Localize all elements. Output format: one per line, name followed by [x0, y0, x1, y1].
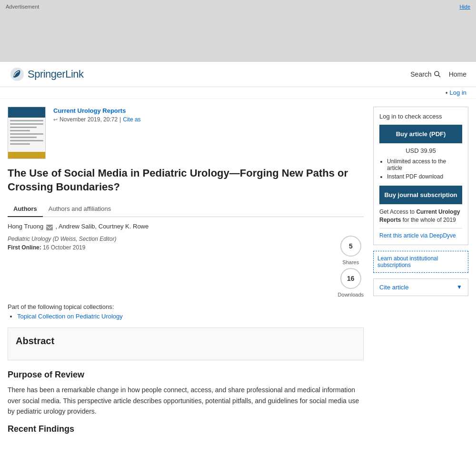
home-nav-item[interactable]: Home — [449, 70, 466, 78]
abstract-section: Abstract — [8, 327, 364, 360]
journal-access-text: Get Access to Current Urology Reports fo… — [379, 208, 462, 224]
first-online: First Online: 16 October 2019 — [8, 244, 328, 251]
article-header-row: Current Urology Reports ↩ November 2019,… — [8, 107, 364, 159]
sidebar: Log in to check access Buy article (PDF)… — [373, 107, 468, 439]
email-icon[interactable] — [46, 225, 53, 229]
thumb-line — [10, 130, 30, 131]
bullet-dot: • — [446, 89, 448, 97]
topical-collection-link[interactable]: Topical Collection on Pediatric Urology — [17, 313, 123, 320]
shares-downloads: 5 Shares 16 Downloads — [338, 236, 364, 298]
purpose-section: Purpose of Review There has been a remar… — [8, 370, 364, 416]
search-nav-item[interactable]: Search — [410, 70, 441, 78]
topical-section: Part of the following topical collection… — [8, 303, 364, 320]
article-content: Current Urology Reports ↩ November 2019,… — [8, 107, 364, 439]
purpose-text: There has been a remarkable change in ho… — [8, 385, 364, 416]
cite-as-link[interactable]: Cite as — [123, 116, 140, 123]
journal-thumbnail — [8, 107, 46, 159]
search-icon — [434, 70, 441, 78]
tab-affiliations[interactable]: Authors and affiliations — [43, 201, 117, 217]
site-header: SpringerLink Search Home — [0, 62, 476, 87]
thumbnail-footer — [8, 152, 45, 159]
cite-article-dropdown[interactable]: Cite article ▼ — [373, 278, 468, 296]
sub-nav: • Log in — [0, 87, 476, 99]
author-tabs: Authors Authors and affiliations — [8, 201, 364, 217]
first-online-label: First Online: — [8, 244, 41, 251]
cite-dropdown-label: Cite article — [379, 284, 408, 291]
ad-label: Advertisement — [6, 4, 39, 10]
section-editor: Pediatric Urology (D Weiss, Section Edit… — [8, 236, 328, 242]
topical-heading: Part of the following topical collection… — [8, 303, 364, 310]
purpose-heading: Purpose of Review — [8, 370, 364, 380]
first-online-date: 16 October 2019 — [43, 244, 85, 251]
search-label: Search — [410, 70, 431, 78]
recent-heading: Recent Findings — [8, 424, 364, 434]
thumbnail-body — [8, 118, 45, 152]
thumb-line — [10, 133, 43, 135]
reply-icon: ↩ — [53, 117, 58, 123]
article-date-row: ↩ November 2019, 20:72 | Cite as — [53, 116, 364, 123]
thumb-line — [10, 123, 43, 125]
bullet-pdf: Instant PDF download — [387, 173, 462, 180]
recent-section: Recent Findings — [8, 424, 364, 434]
thumb-line — [10, 127, 37, 128]
article-price: USD 39.95 — [379, 147, 462, 154]
chevron-down-icon: ▼ — [456, 284, 462, 290]
article-date: November 2019, 20:72 — [60, 116, 118, 123]
bullet-unlimited: Unlimited access to the article — [387, 158, 462, 171]
date-separator: | — [119, 116, 121, 123]
hide-ad-link[interactable]: Hide — [459, 4, 470, 10]
thumb-line — [10, 140, 43, 141]
authors-text: Hong Truong , Andrew Salib, Courtney K. … — [8, 223, 364, 230]
logo-area: SpringerLink — [10, 67, 84, 82]
other-authors: , Andrew Salib, Courtney K. Rowe — [55, 223, 149, 230]
nav-right: Search Home — [410, 70, 466, 78]
springer-logo-icon — [10, 67, 25, 82]
main-layout: Current Urology Reports ↩ November 2019,… — [0, 99, 476, 446]
login-link[interactable]: Log in — [450, 89, 466, 97]
logo-text: SpringerLink — [28, 68, 84, 80]
thumb-line — [10, 137, 37, 138]
editor-info: Pediatric Urology (D Weiss, Section Edit… — [8, 236, 328, 251]
shares-label: Shares — [342, 259, 359, 265]
tab-authors[interactable]: Authors — [8, 201, 43, 217]
access-title: Log in to check access — [379, 113, 462, 120]
access-card: Log in to check access Buy article (PDF)… — [373, 107, 468, 245]
svg-point-1 — [435, 71, 439, 76]
rent-deepdyve-link[interactable]: Rent this article via DeepDyve — [379, 228, 462, 239]
downloads-label: Downloads — [338, 292, 364, 298]
shares-count: 5 — [340, 236, 361, 257]
downloads-count: 16 — [340, 268, 361, 289]
primary-author: Hong Truong — [8, 223, 43, 230]
editor-shares-row: Pediatric Urology (D Weiss, Section Edit… — [8, 236, 364, 298]
svg-line-2 — [438, 75, 440, 77]
thumb-line — [10, 120, 43, 121]
journal-link[interactable]: Current Urology Reports — [53, 107, 126, 114]
abstract-title: Abstract — [16, 336, 356, 347]
buy-journal-button[interactable]: Buy journal subscription — [379, 186, 462, 204]
buy-article-button[interactable]: Buy article (PDF) — [379, 125, 462, 143]
article-title: The Use of Social Media in Pediatric Uro… — [8, 167, 364, 194]
article-meta: Current Urology Reports ↩ November 2019,… — [53, 107, 364, 159]
institutional-subscriptions-link[interactable]: Learn about institutional subscriptions — [373, 251, 468, 273]
thumb-line — [10, 143, 30, 145]
access-bullets: Unlimited access to the article Instant … — [379, 158, 462, 180]
advertisement-bar: Advertisement Hide — [0, 0, 476, 62]
thumbnail-header-bar — [8, 107, 45, 118]
